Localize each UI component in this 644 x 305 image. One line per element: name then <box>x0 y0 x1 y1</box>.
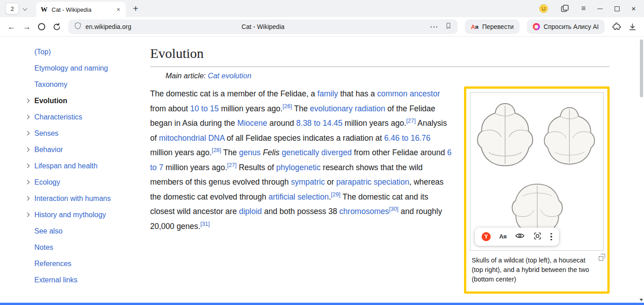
citation-ref: [26] <box>283 103 292 110</box>
chevron-right-icon[interactable] <box>25 180 30 185</box>
tab-title: Cat - Wikipedia <box>52 6 116 13</box>
vertical-scrollbar[interactable] <box>639 37 644 303</box>
enlarge-image-icon[interactable] <box>599 256 603 261</box>
downloads-icon[interactable] <box>628 23 637 31</box>
citation-link[interactable]: [31] <box>200 221 210 227</box>
article-link[interactable]: evolutionary radiation <box>310 104 385 113</box>
chevron-right-icon[interactable] <box>25 115 30 119</box>
translate-label: Перевести <box>482 23 514 30</box>
extensions-puzzle-icon[interactable] <box>612 22 621 31</box>
chevron-right-icon[interactable] <box>25 148 30 152</box>
article-link[interactable]: common ancestor <box>377 89 440 98</box>
forward-icon[interactable]: → <box>23 22 31 32</box>
protect-shield-icon[interactable] <box>74 22 82 32</box>
address-bar[interactable]: en.wikipedia.org Cat - Wikipedia <box>68 19 458 34</box>
maximize-window-icon[interactable] <box>615 6 620 11</box>
skulls-image[interactable]: Y Ая <box>470 92 604 251</box>
paragraph-text: of all Felidae species indicates a radia… <box>224 133 384 143</box>
article-link[interactable]: mitochondrial DNA <box>159 133 224 143</box>
article-link[interactable]: 6.46 to 16.76 <box>384 133 431 143</box>
yandex-logo-icon[interactable]: Y <box>482 232 491 241</box>
hatnote-link[interactable]: Cat evolution <box>208 71 251 80</box>
citation-link[interactable]: [27] <box>227 162 237 168</box>
minimize-window-icon[interactable] <box>597 9 603 9</box>
image-more-options-icon[interactable] <box>550 233 552 241</box>
hatnote: Main article: Cat evolution <box>166 71 610 80</box>
paragraph-text: million years ago. <box>150 148 212 157</box>
chevron-right-icon[interactable] <box>25 131 30 136</box>
toc-item-behavior[interactable]: Behavior <box>34 142 150 158</box>
article-link[interactable]: chromosomes <box>339 207 389 216</box>
toc-item-etymology-and-naming[interactable]: Etymology and naming <box>34 60 150 76</box>
article-link[interactable]: speciation <box>374 177 409 186</box>
toc-item-history-and-mythology[interactable]: History and mythology <box>34 207 150 223</box>
image-search-icon[interactable] <box>533 232 542 242</box>
toc-item-taxonomy[interactable]: Taxonomy <box>34 76 150 93</box>
paragraph-text: The domestic cat is a member of the Feli… <box>150 89 317 98</box>
tab-list-button[interactable] <box>19 3 30 14</box>
chevron-right-icon[interactable] <box>25 99 30 103</box>
toc-item-characteristics[interactable]: Characteristics <box>34 109 150 125</box>
tab-cat-wikipedia[interactable]: W Cat - Wikipedia × <box>36 2 126 17</box>
article-link[interactable]: genetically diverged <box>282 148 352 157</box>
reload-icon[interactable] <box>52 23 61 31</box>
side-panels-icon[interactable] <box>560 4 569 13</box>
citation-link[interactable]: [28] <box>212 147 221 153</box>
bottom-accent-bar <box>0 303 644 305</box>
new-tab-button[interactable]: + <box>131 4 140 14</box>
figure-caption: Skulls of a wildcat (top left), a housec… <box>466 253 607 288</box>
browser-menu-icon[interactable]: ≡ <box>581 4 586 13</box>
image-hover-toolbar: Y Ая <box>475 228 559 246</box>
toc-item-label: Senses <box>34 129 58 137</box>
chevron-right-icon[interactable] <box>25 213 30 217</box>
alice-avatar-icon[interactable] <box>539 4 549 14</box>
bookmark-flag-icon[interactable] <box>445 22 452 32</box>
paragraph-text: from about <box>150 104 190 113</box>
article-link[interactable]: diploid <box>239 207 262 216</box>
toc-item-evolution[interactable]: Evolution <box>34 93 150 109</box>
translate-image-icon[interactable]: Ая <box>499 234 507 240</box>
article-link[interactable]: 10 to 15 <box>190 104 219 113</box>
toc-item-notes[interactable]: Notes <box>34 239 150 256</box>
article-link[interactable]: Miocene <box>237 119 267 128</box>
addressbar-more-icon[interactable] <box>431 26 437 28</box>
article-link[interactable]: 8.38 to 14.45 <box>296 119 342 128</box>
paragraph-text: The <box>292 104 310 113</box>
toc-item-lifespan-and-health[interactable]: Lifespan and health <box>34 158 150 174</box>
back-icon[interactable]: ← <box>7 22 15 32</box>
chevron-right-icon[interactable] <box>25 164 30 168</box>
toc-item-see-also[interactable]: See also <box>34 223 150 239</box>
citation-link[interactable]: [27] <box>406 118 416 124</box>
article-link[interactable]: family <box>317 89 338 98</box>
chevron-right-icon[interactable] <box>25 196 30 201</box>
browser-window: 2 W Cat - Wikipedia × + ≡ × ← → <box>0 0 644 305</box>
tab-close-icon[interactable]: × <box>116 5 121 14</box>
highlighted-figure[interactable]: Y Ая Skulls of a <box>464 86 610 294</box>
scrollbar-thumb[interactable] <box>640 39 643 97</box>
toc-item-top[interactable]: (Top) <box>34 44 150 60</box>
paragraph-text: The <box>221 148 239 157</box>
citation-link[interactable]: [26] <box>283 103 292 110</box>
close-window-icon[interactable]: × <box>631 5 636 13</box>
toc-item-interaction-with-humans[interactable]: Interaction with humans <box>34 191 150 207</box>
toc-item-references[interactable]: References <box>34 256 150 272</box>
citation-link[interactable]: [30] <box>389 206 398 212</box>
toc-item-external-links[interactable]: External links <box>34 272 150 288</box>
article-link[interactable]: genus <box>239 148 261 157</box>
ask-alice-button[interactable]: Спросить Алису AI <box>527 19 605 34</box>
article-paragraph: The domestic cat is a member of the Feli… <box>150 86 453 234</box>
toc-item-senses[interactable]: Senses <box>34 125 150 142</box>
page-content: (Top)Etymology and namingTaxonomyEvoluti… <box>0 37 644 303</box>
citation-link[interactable]: [29] <box>331 191 341 198</box>
article-link[interactable]: artificial selection <box>269 192 329 201</box>
toc-item-label: See also <box>34 227 62 235</box>
tab-count-button[interactable]: 2 <box>5 3 19 14</box>
browser-logo-icon[interactable] <box>38 23 45 30</box>
article-link[interactable]: sympatric <box>291 177 325 186</box>
toc-item-ecology[interactable]: Ecology <box>34 174 150 191</box>
eye-icon[interactable] <box>515 232 525 241</box>
article-link[interactable]: phylogenetic <box>276 163 321 172</box>
translate-button[interactable]: Ая Перевести <box>465 19 520 34</box>
article-link[interactable]: parapatric <box>336 177 371 186</box>
scrollbar-down-icon[interactable] <box>639 299 643 301</box>
